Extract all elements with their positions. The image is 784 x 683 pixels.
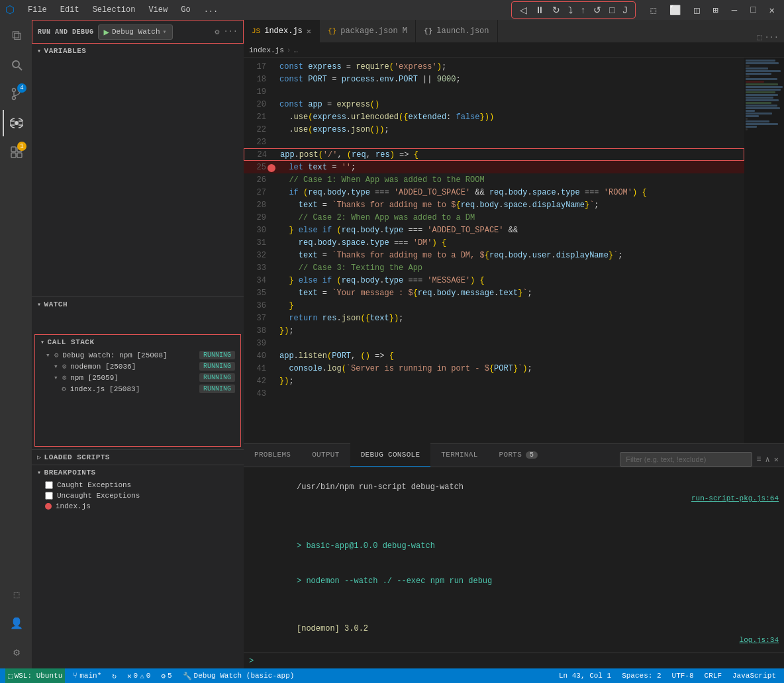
breadcrumb-path[interactable]: … <box>293 46 298 54</box>
source-control-badge: 4 <box>17 83 26 93</box>
menu-file[interactable]: File <box>23 4 52 16</box>
status-bar: ⬚ WSL: Ubuntu ⑂ main* ↻ ✕ 0 ⚠ 0 ⚙ 5 🔧 De… <box>0 668 784 683</box>
caught-exceptions-checkbox[interactable] <box>45 481 53 489</box>
panel-tab-terminal[interactable]: TERMINAL <box>430 443 488 467</box>
console-line: /usr/bin/npm run-script debug-watch run-… <box>249 470 779 516</box>
status-position[interactable]: Ln 43, Col 1 <box>556 668 614 683</box>
spaces-label: Spaces: 2 <box>622 672 661 680</box>
panel-tab-problems[interactable]: PROBLEMS <box>244 443 301 467</box>
activity-account[interactable]: 👤 <box>3 610 29 637</box>
debug-stepout-button[interactable]: ↑ <box>578 3 588 17</box>
breadcrumb-file[interactable]: index.js <box>249 46 284 54</box>
more-actions-icon[interactable]: ··· <box>764 33 779 42</box>
watch-label: WATCH <box>44 300 68 308</box>
menu-selection[interactable]: Selection <box>87 4 141 16</box>
debug-toggle-button[interactable]: □ <box>607 3 617 17</box>
debug-config-label: Debug Watch <box>112 28 160 36</box>
uncaught-exceptions-checkbox[interactable] <box>45 492 53 500</box>
status-errors[interactable]: ✕ 0 ⚠ 0 <box>124 668 153 683</box>
tab-indexjs[interactable]: JS index.js ✕ <box>244 20 320 42</box>
status-language[interactable]: JavaScript <box>730 668 779 683</box>
split-editor-button[interactable]: ⬚ <box>646 3 660 17</box>
menu-go[interactable]: Go <box>175 4 195 16</box>
activity-source-control[interactable]: 4 <box>3 81 29 107</box>
menu-edit[interactable]: Edit <box>55 4 85 16</box>
activity-extensions[interactable]: 1 <box>3 139 29 165</box>
debug-more-icon[interactable]: ··· <box>223 27 238 37</box>
callstack-item[interactable]: ▾ ⚙ npm [25059] RUNNING <box>35 372 240 383</box>
line-content <box>277 138 744 147</box>
line-number: 43 <box>244 389 277 398</box>
breakpoint-uncaught-exceptions[interactable]: Uncaught Exceptions <box>32 490 244 501</box>
tab-packagejson[interactable]: {} package.json M <box>320 20 416 42</box>
variables-section-header[interactable]: ▾ VARIABLES <box>32 44 244 58</box>
debug-back-button[interactable]: ◁ <box>517 3 530 17</box>
loaded-scripts-header[interactable]: ▷ LOADED SCRIPTS <box>32 450 244 465</box>
breakpoint-indexjs[interactable]: index.js <box>32 501 244 512</box>
panel-tab-ports[interactable]: PORTS 5 <box>489 443 549 467</box>
status-debug-label[interactable]: 🔧 Debug Watch (basic-app) <box>180 668 297 683</box>
activity-search[interactable] <box>3 52 29 78</box>
debug-continue-button[interactable]: ↺ <box>591 3 604 17</box>
status-line-ending[interactable]: CRLF <box>702 668 724 683</box>
panel-tab-debug-console[interactable]: DEBUG CONSOLE <box>350 443 431 467</box>
activity-debug[interactable] <box>3 110 29 136</box>
breadcrumb-separator: › <box>287 46 291 54</box>
code-line-18: 18 const PORT = process.env.PORT || 9000… <box>244 73 744 85</box>
status-branch[interactable]: ⑂ main* <box>70 668 104 683</box>
activity-explorer[interactable]: ⧉ <box>3 23 29 49</box>
debug-pause-button[interactable]: ⏸ <box>532 3 547 17</box>
customize-layout-button[interactable]: ⊞ <box>709 3 722 17</box>
maximize-button[interactable]: □ <box>746 3 760 17</box>
menu-bar: File Edit Selection View Go ... <box>23 4 223 16</box>
console-link[interactable]: run-script-pkg.js:64 <box>691 493 779 504</box>
callstack-item[interactable]: ▾ ⚙ Debug Watch: npm [25008] RUNNING <box>35 349 240 361</box>
debug-settings-icon[interactable]: ⚙ <box>215 27 219 37</box>
debug-stepover-button[interactable]: ⤵ <box>565 3 575 17</box>
gear-icon: ⚙ <box>62 362 67 371</box>
tab-indexjs-close[interactable]: ✕ <box>307 26 311 36</box>
activity-settings[interactable]: ⚙ <box>3 639 29 666</box>
split-editor-icon[interactable]: ⬚ <box>757 32 761 42</box>
status-debug[interactable]: ⚙ 5 <box>158 668 174 683</box>
call-stack-header[interactable]: ▾ CALL STACK <box>35 335 240 349</box>
callstack-item-name: npm [25059] <box>70 374 195 382</box>
menu-view[interactable]: View <box>143 4 173 16</box>
toggle-sidebar-button[interactable]: ◫ <box>690 3 703 17</box>
clear-console-icon[interactable]: ∧ <box>765 455 770 465</box>
menu-more[interactable]: ... <box>199 4 224 16</box>
close-panel-icon[interactable]: ✕ <box>774 455 779 465</box>
collapse-icon: ▾ <box>54 362 58 371</box>
console-link[interactable]: log.js:34 <box>740 635 779 646</box>
close-button[interactable]: ✕ <box>765 3 779 17</box>
activity-remote[interactable]: ⬚ <box>3 581 29 608</box>
code-line-20: 20 const app = express() <box>244 98 744 111</box>
console-output: /usr/bin/npm run-script debug-watch run-… <box>244 467 784 653</box>
tab-launchjson[interactable]: {} launch.json <box>416 20 497 42</box>
debug-restart-button[interactable]: ↻ <box>550 3 563 17</box>
breakpoint-caught-exceptions[interactable]: Caught Exceptions <box>32 480 244 490</box>
line-number: 25 <box>244 163 277 172</box>
debug-inline-button[interactable]: J <box>620 3 630 17</box>
status-wsl[interactable]: ⬚ WSL: Ubuntu <box>5 668 65 683</box>
code-line-25: 25 let text = ''; <box>244 161 744 173</box>
line-number: 24 <box>244 150 277 159</box>
status-sync[interactable]: ↻ <box>109 668 119 683</box>
status-encoding[interactable]: UTF-8 <box>669 668 697 683</box>
breakpoints-header[interactable]: ▾ BREAKPOINTS <box>32 465 244 480</box>
callstack-item[interactable]: ⚙ index.js [25083] RUNNING <box>35 383 240 394</box>
bottom-panel: PROBLEMS OUTPUT DEBUG CONSOLE TERMINAL P… <box>244 443 784 668</box>
toggle-panel-button[interactable]: ⬜ <box>665 3 685 17</box>
panel-tab-output[interactable]: OUTPUT <box>301 443 350 467</box>
callstack-item-name: nodemon [25036] <box>70 363 195 371</box>
status-spaces[interactable]: Spaces: 2 <box>619 668 663 683</box>
minimize-button[interactable]: — <box>728 3 741 17</box>
code-editor[interactable]: 17 const express = require('express'); 1… <box>244 58 744 443</box>
terminal-input[interactable] <box>256 657 779 666</box>
filter-options-icon[interactable]: ≡ <box>756 455 761 464</box>
callstack-item[interactable]: ▾ ⚙ nodemon [25036] RUNNING <box>35 361 240 372</box>
debug-config-dropdown[interactable]: ▶ Debug Watch ▾ <box>98 24 173 40</box>
line-content: const PORT = process.env.PORT || 9000; <box>277 75 744 84</box>
debug-console-filter[interactable] <box>620 452 752 467</box>
watch-section-header[interactable]: ▾ WATCH <box>32 297 244 312</box>
